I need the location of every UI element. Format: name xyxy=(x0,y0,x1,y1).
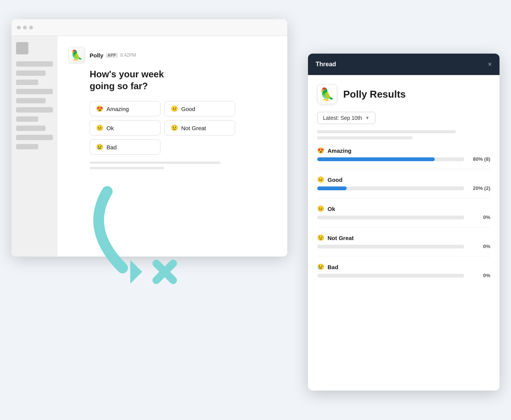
result-pct-good: 20% (2) xyxy=(467,185,490,191)
label-not-great: Not Great xyxy=(181,125,206,131)
polly-name: Polly xyxy=(90,52,103,59)
emoji-result-amazing: 😍 xyxy=(317,147,324,154)
sidebar-block xyxy=(16,107,53,113)
result-bar-track-not-great xyxy=(317,245,464,248)
thread-content: 🦜 Polly Results Latest: Sep 10th ▼ 😍 Ama… xyxy=(308,75,500,293)
emoji-ok: 😐 xyxy=(96,124,103,131)
slack-body: 🦜 Polly APP 8:42PM How's your weekgoing … xyxy=(11,36,287,257)
emoji-result-ok: 😐 xyxy=(317,205,324,212)
result-label-not-great: 😟 Not Great xyxy=(317,234,490,241)
polly-logo-small: 🦜 xyxy=(68,47,85,64)
result-label-ok: 😐 Ok xyxy=(317,205,490,212)
thread-panel: Thread × 🦜 Polly Results Latest: Sep 10t… xyxy=(308,54,500,391)
result-bar-track-ok xyxy=(317,216,464,219)
sidebar-block xyxy=(16,89,53,94)
text-result-ok: Ok xyxy=(328,206,335,212)
thread-polly-logo: 🦜 xyxy=(317,84,337,104)
result-bar-track-bad xyxy=(317,274,464,278)
sidebar-avatar xyxy=(16,42,28,54)
chevron-down-icon: ▼ xyxy=(365,115,370,121)
thread-header: Thread × xyxy=(308,54,500,75)
poll-option-ok[interactable]: 😐 Ok xyxy=(90,120,161,136)
emoji-result-not-great: 😟 xyxy=(317,234,324,241)
sidebar-block xyxy=(16,135,53,140)
svg-line-2 xyxy=(156,263,173,280)
text-result-bad: Bad xyxy=(328,264,338,270)
emoji-result-good: 😐 xyxy=(317,176,324,183)
sidebar-block xyxy=(16,80,38,85)
text-result-amazing: Amazing xyxy=(328,147,352,154)
footer-bar-short xyxy=(90,167,164,169)
emoji-good: 😐 xyxy=(171,105,178,112)
titlebar-dot-1 xyxy=(17,26,21,29)
polly-message-header: 🦜 Polly APP 8:42PM xyxy=(68,47,277,64)
result-divider-3 xyxy=(317,227,490,227)
result-bar-fill-good xyxy=(317,186,347,190)
result-divider-2 xyxy=(317,198,490,198)
sidebar-block xyxy=(16,116,38,122)
sidebar-block xyxy=(16,98,46,103)
slack-main: 🦜 Polly APP 8:42PM How's your weekgoing … xyxy=(57,36,287,257)
sidebar-block xyxy=(16,126,46,131)
polly-app-badge: APP xyxy=(106,53,118,58)
poll-options: 😍 Amazing 😐 Good 😐 Ok 😟 Not Great 😢 xyxy=(90,101,235,155)
slack-window: 🦜 Polly APP 8:42PM How's your weekgoing … xyxy=(11,19,287,257)
poll-option-not-great[interactable]: 😟 Not Great xyxy=(164,120,235,136)
result-divider xyxy=(317,169,490,169)
titlebar-dot-3 xyxy=(29,26,33,29)
meta-bar-1 xyxy=(317,130,456,133)
date-selector-label: Latest: Sep 10th xyxy=(323,115,362,121)
emoji-result-bad: 😢 xyxy=(317,263,324,270)
label-amazing: Amazing xyxy=(106,106,129,112)
slack-sidebar xyxy=(11,36,57,257)
result-pct-not-great: 0% xyxy=(467,244,490,249)
emoji-amazing: 😍 xyxy=(96,105,103,112)
footer-bar-long xyxy=(90,162,221,164)
label-good: Good xyxy=(181,106,195,112)
titlebar-dot-2 xyxy=(23,26,27,29)
date-selector[interactable]: Latest: Sep 10th ▼ xyxy=(317,112,375,124)
poll-option-good[interactable]: 😐 Good xyxy=(164,101,235,116)
titlebar xyxy=(11,19,287,36)
text-result-good: Good xyxy=(328,176,342,183)
result-bar-row-ok: 0% xyxy=(317,214,490,220)
result-label-amazing: 😍 Amazing xyxy=(317,147,490,154)
thread-title: Thread xyxy=(316,61,336,68)
result-pct-amazing: 80% (8) xyxy=(467,156,490,162)
svg-line-1 xyxy=(156,263,173,280)
label-ok: Ok xyxy=(106,125,114,131)
result-bar-row-bad: 0% xyxy=(317,273,490,278)
polly-time: 8:42PM xyxy=(120,52,136,58)
result-pct-ok: 0% xyxy=(467,214,490,220)
sidebar-block xyxy=(16,61,53,67)
polly-question: How's your weekgoing so far? xyxy=(90,68,277,92)
poll-footer xyxy=(90,162,277,169)
polly-sender-info: Polly APP 8:42PM xyxy=(90,52,136,59)
result-label-bad: 😢 Bad xyxy=(317,263,490,270)
result-bar-row-good: 20% (2) xyxy=(317,185,490,191)
result-item-ok: 😐 Ok 0% xyxy=(317,205,490,220)
sidebar-block xyxy=(16,70,46,76)
result-bar-fill-amazing xyxy=(317,157,435,161)
result-divider-4 xyxy=(317,256,490,257)
poll-option-amazing[interactable]: 😍 Amazing xyxy=(90,101,161,116)
result-item-bad: 😢 Bad 0% xyxy=(317,263,490,278)
polly-name-row: Polly APP 8:42PM xyxy=(90,52,136,59)
result-item-good: 😐 Good 20% (2) xyxy=(317,176,490,191)
result-bar-track-good xyxy=(317,186,464,190)
label-bad: Bad xyxy=(106,144,117,150)
thread-close-button[interactable]: × xyxy=(488,61,492,68)
text-result-not-great: Not Great xyxy=(328,235,354,241)
poll-option-bad[interactable]: 😢 Bad xyxy=(90,139,161,155)
result-pct-bad: 0% xyxy=(467,273,490,278)
result-label-good: 😐 Good xyxy=(317,176,490,183)
emoji-bad: 😢 xyxy=(96,144,103,150)
thread-polly-header: 🦜 Polly Results xyxy=(317,84,490,104)
sidebar-block xyxy=(16,144,38,149)
result-bar-row-amazing: 80% (8) xyxy=(317,156,490,162)
result-bar-track-amazing xyxy=(317,157,464,161)
emoji-not-great: 😟 xyxy=(171,124,178,131)
result-item-not-great: 😟 Not Great 0% xyxy=(317,234,490,249)
svg-marker-0 xyxy=(118,260,142,284)
thread-meta-bars xyxy=(317,130,490,139)
